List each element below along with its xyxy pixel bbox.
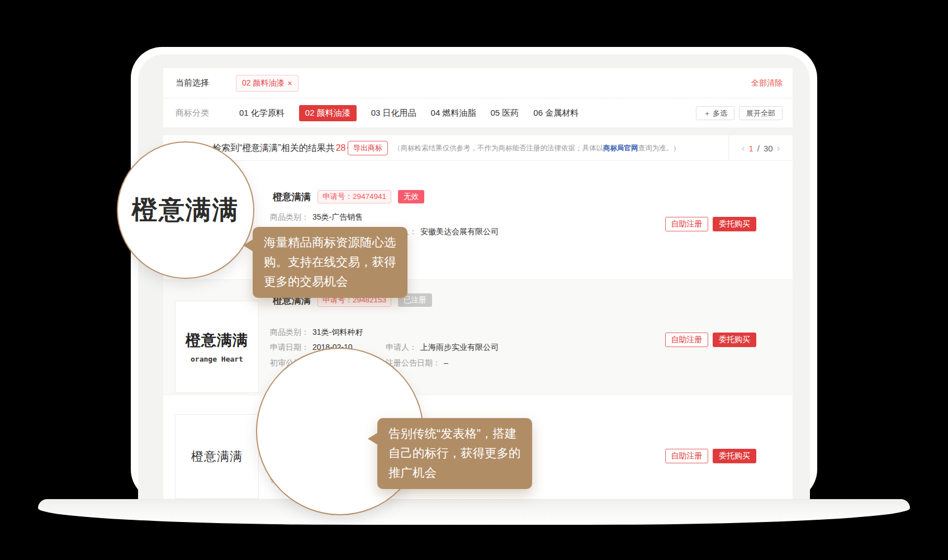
reg-announce-date-label: 注册公告日期： <box>386 358 440 367</box>
export-trademark-button[interactable]: 导出商标 <box>348 141 388 155</box>
results-summary: 检索到“橙意满满”相关的结果共28 个 <box>212 135 356 161</box>
tab-category-01[interactable]: 01 化学原料 <box>239 108 285 118</box>
page: 当前选择 02 颜料油漆 × 全部清除 商标分类 01 化学原料 02 颜料油漆… <box>0 0 948 560</box>
category-field-value: 31类-饲料种籽 <box>312 328 363 336</box>
selected-filter-chip[interactable]: 02 颜料油漆 × <box>236 75 298 92</box>
tab-category-05[interactable]: 05 医药 <box>490 108 519 118</box>
entrust-buy-button[interactable]: 委托购买 <box>713 449 756 463</box>
selected-filter-chip-label: 02 颜料油漆 <box>242 78 284 88</box>
disclaimer-post: 查询为准。） <box>638 144 680 153</box>
device-base-bar <box>38 499 910 525</box>
disclaimer-pre: （商标检索结果仅供参考，不作为商标能否注册的法律依据；具体以 <box>394 144 603 153</box>
reg-announce-date-value: – <box>444 358 448 367</box>
row-actions: 自助注册 委托购买 <box>665 217 756 231</box>
row-actions: 自助注册 委托购买 <box>665 333 756 347</box>
entrust-buy-button[interactable]: 委托购买 <box>713 217 756 231</box>
application-number-tag: 申请号：29474941 <box>317 190 391 203</box>
tooltip-line: 推广机会 <box>388 463 521 483</box>
self-register-button[interactable]: 自助注册 <box>665 333 708 347</box>
results-header: 检索到“橙意满满”相关的结果共28 个 导出商标 （商标检索结果仅供参考，不作为… <box>163 135 793 161</box>
tab-category-03[interactable]: 03 日化用品 <box>371 108 416 118</box>
category-field-value: 35类-广告销售 <box>312 212 363 221</box>
status-badge: 无效 <box>398 190 424 203</box>
pagination: ‹ 1 / 30 › <box>728 135 793 161</box>
tooltip-line: 购。支持在线交易，获得 <box>264 253 396 272</box>
applicant-label: 申请人： <box>386 343 417 352</box>
total-pages: 30 <box>764 144 773 153</box>
filter-panel: 当前选择 02 颜料油漆 × 全部清除 商标分类 01 化学原料 02 颜料油漆… <box>163 68 793 127</box>
expand-all-button[interactable]: 展开全部 <box>739 106 783 120</box>
entrust-buy-button[interactable]: 委托购买 <box>713 333 756 347</box>
tab-category-06[interactable]: 06 金属材料 <box>533 108 579 118</box>
trademark-office-link[interactable]: 商标局官网 <box>603 144 638 153</box>
row-actions: 自助注册 委托购买 <box>665 449 756 463</box>
tooltip-marketplace: 海量精品商标资源随心选 购。支持在线交易，获得 更多的交易机会 <box>253 227 407 298</box>
current-selection-label: 当前选择 <box>176 78 209 88</box>
results-summary-text: 检索到“橙意满满”相关的结果共 <box>212 143 335 154</box>
category-field-label: 商品类别： <box>270 212 309 221</box>
tooltip-line: 海量精品商标资源随心选 <box>264 233 396 253</box>
tooltip-line: 更多的交易机会 <box>264 272 396 292</box>
multi-select-button[interactable]: ＋ 多选 <box>696 106 734 120</box>
applicant-value: 上海雨步实业有限公司 <box>420 343 499 352</box>
clear-all-link[interactable]: 全部清除 <box>751 78 783 88</box>
apply-date-label: 申请日期： <box>270 343 309 352</box>
page-separator: / <box>757 144 760 153</box>
magnified-trademark-text: 橙意满满 <box>132 193 239 227</box>
results-disclaimer: （商标检索结果仅供参考，不作为商标能否注册的法律依据；具体以商标局官网查询为准。… <box>394 135 680 161</box>
category-label: 商标分类 <box>176 108 209 118</box>
tooltip-promotion: 告别传统“发表格”，搭建 自己的标行，获得更多的 推广机会 <box>377 418 532 489</box>
current-page: 1 <box>748 144 753 153</box>
prev-page-icon[interactable]: ‹ <box>741 143 745 153</box>
tooltip-line: 自己的标行，获得更多的 <box>388 444 521 463</box>
applicant-value: 安徽美达会展有限公司 <box>420 227 499 236</box>
tab-category-02-active[interactable]: 02 颜料油漆 <box>299 105 357 121</box>
category-field-label: 商品类别： <box>270 328 309 336</box>
self-register-button[interactable]: 自助注册 <box>665 449 708 463</box>
tab-category-04[interactable]: 04 燃料油脂 <box>431 108 476 118</box>
trademark-name: 橙意满满 <box>273 191 311 203</box>
magnifier-circle: 橙意满满 <box>117 141 254 279</box>
detail-line: 初审公告日期：– 注册公告日期：– <box>163 358 793 368</box>
trademark-title-line: 橙意满满 申请号：29474941 无效 <box>273 190 424 203</box>
category-tabs: 01 化学原料 02 颜料油漆 03 日化用品 04 燃料油脂 05 医药 06… <box>239 105 579 121</box>
category-row: 商标分类 01 化学原料 02 颜料油漆 03 日化用品 04 燃料油脂 05 … <box>163 99 793 127</box>
close-icon[interactable]: × <box>287 79 292 88</box>
tooltip-line: 告别传统“发表格”，搭建 <box>388 424 521 444</box>
next-page-icon[interactable]: › <box>777 143 780 153</box>
category-tools: ＋ 多选 展开全部 <box>696 106 783 120</box>
self-register-button[interactable]: 自助注册 <box>665 217 708 231</box>
current-selection-row: 当前选择 02 颜料油漆 × 全部清除 <box>163 68 793 98</box>
results-count: 28 <box>336 143 346 153</box>
